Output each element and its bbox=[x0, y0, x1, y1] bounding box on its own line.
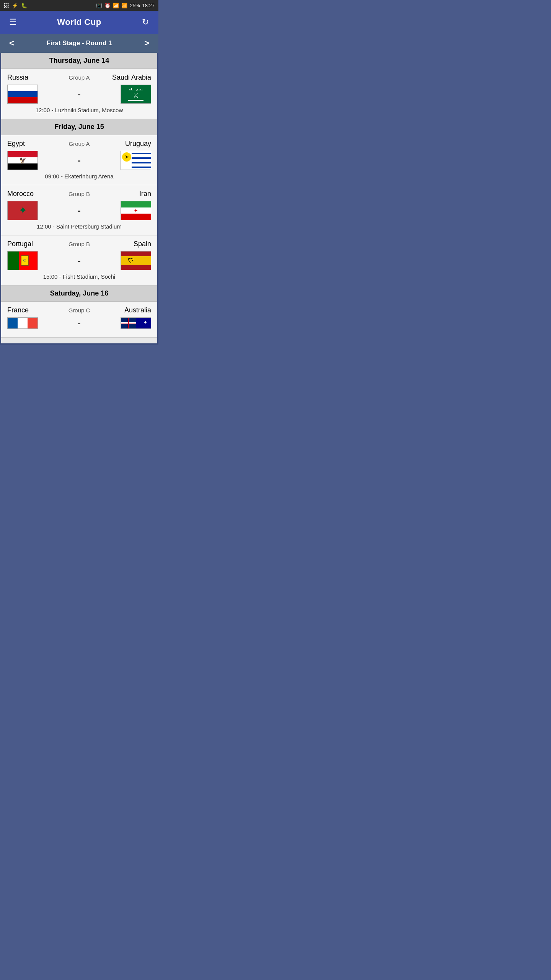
away-flag-spain: 🛡 bbox=[121, 251, 151, 270]
away-team-name: Australia bbox=[101, 306, 151, 314]
round-navigation: < First Stage - Round 1 > bbox=[0, 34, 158, 53]
match-teams-row: Egypt Group A Uruguay bbox=[7, 140, 151, 148]
score-separator: - bbox=[38, 206, 121, 216]
away-team-name: Iran bbox=[101, 190, 151, 198]
usb-icon: ⚡ bbox=[12, 3, 18, 8]
home-team-name: Egypt bbox=[7, 140, 57, 148]
app-bar: ☰ World Cup ↻ bbox=[0, 11, 158, 34]
match-teams-row: Portugal Group B Spain bbox=[7, 240, 151, 248]
home-flag-portugal: 🛡 bbox=[7, 251, 38, 270]
match-info: 15:00 - Fisht Stadium, Sochi bbox=[7, 273, 151, 280]
group-label: Group B bbox=[57, 241, 101, 247]
match-teams-row: Russia Group A Saudi Arabia bbox=[7, 74, 151, 82]
home-team-name: Portugal bbox=[7, 240, 57, 248]
match-france-australia: France Group C Australia - ✦ bbox=[1, 302, 157, 338]
home-flag-egypt: 🦅 bbox=[7, 151, 38, 170]
away-team-name: Saudi Arabia bbox=[101, 74, 151, 82]
matches-content: Thursday, June 14 Russia Group A Saudi A… bbox=[0, 53, 158, 345]
round-title: First Stage - Round 1 bbox=[47, 39, 112, 47]
status-icons-right: 📳 ⏰ 📶 📶 25% 18:27 bbox=[96, 3, 155, 8]
match-russia-saudi: Russia Group A Saudi Arabia - بسم الله ⚔ bbox=[1, 69, 157, 119]
next-round-button[interactable]: > bbox=[141, 38, 152, 48]
status-icons-left: 🖼 ⚡ 🐛 bbox=[4, 3, 27, 8]
vibrate-icon: 📳 bbox=[96, 3, 102, 8]
score-separator: - bbox=[38, 256, 121, 266]
match-portugal-spain: Portugal Group B Spain 🛡 - 🛡 bbox=[1, 235, 157, 286]
away-flag-saudi: بسم الله ⚔ bbox=[121, 85, 151, 104]
status-bar: 🖼 ⚡ 🐛 📳 ⏰ 📶 📶 25% 18:27 bbox=[0, 0, 158, 11]
away-flag-iran: ✦ bbox=[121, 201, 151, 220]
bug-icon: 🐛 bbox=[21, 3, 27, 8]
refresh-icon: ↻ bbox=[142, 17, 149, 27]
prev-round-button[interactable]: < bbox=[6, 38, 17, 48]
group-label: Group A bbox=[57, 140, 101, 147]
battery-level: 25% bbox=[130, 3, 140, 8]
refresh-button[interactable]: ↻ bbox=[139, 15, 152, 29]
score-separator: - bbox=[38, 89, 121, 99]
date-header-jun15: Friday, June 15 bbox=[1, 119, 157, 135]
group-label: Group B bbox=[57, 191, 101, 197]
score-separator: - bbox=[38, 318, 121, 328]
home-team-name: Morocco bbox=[7, 190, 57, 198]
alarm-icon: ⏰ bbox=[104, 3, 111, 8]
gallery-icon: 🖼 bbox=[4, 3, 9, 8]
date-header-jun14: Thursday, June 14 bbox=[1, 53, 157, 69]
wifi-icon: 📶 bbox=[113, 3, 119, 8]
match-teams-row: France Group C Australia bbox=[7, 306, 151, 314]
app-title: World Cup bbox=[57, 17, 101, 27]
away-team-name: Spain bbox=[101, 240, 151, 248]
date-header-jun16: Saturday, June 16 bbox=[1, 286, 157, 302]
match-flags-row: 🦅 - ☀ bbox=[7, 151, 151, 170]
match-flags-row: - ✦ bbox=[7, 317, 151, 329]
group-label: Group C bbox=[57, 307, 101, 314]
home-team-name: France bbox=[7, 306, 57, 314]
home-team-name: Russia bbox=[7, 74, 57, 82]
match-egypt-uruguay: Egypt Group A Uruguay 🦅 - ☀ bbox=[1, 135, 157, 185]
home-flag-russia bbox=[7, 85, 38, 104]
score-separator: - bbox=[38, 155, 121, 165]
match-info: 09:00 - Ekaterinburg Arena bbox=[7, 173, 151, 180]
match-teams-row: Morocco Group B Iran bbox=[7, 190, 151, 198]
match-morocco-iran: Morocco Group B Iran ✦ - ✦ 12:00 - Saint… bbox=[1, 185, 157, 235]
menu-icon: ☰ bbox=[9, 17, 17, 27]
match-flags-row: ✦ - ✦ bbox=[7, 201, 151, 220]
away-flag-uruguay: ☀ bbox=[121, 151, 151, 170]
signal-icon: 📶 bbox=[121, 3, 127, 8]
match-flags-row: - بسم الله ⚔ bbox=[7, 85, 151, 104]
group-label: Group A bbox=[57, 74, 101, 81]
home-flag-morocco: ✦ bbox=[7, 201, 38, 220]
menu-button[interactable]: ☰ bbox=[6, 15, 20, 29]
away-team-name: Uruguay bbox=[101, 140, 151, 148]
match-info: 12:00 - Luzhniki Stadium, Moscow bbox=[7, 107, 151, 113]
home-flag-france bbox=[7, 317, 38, 329]
away-flag-australia: ✦ bbox=[121, 317, 151, 329]
match-flags-row: 🛡 - 🛡 bbox=[7, 251, 151, 270]
time-display: 18:27 bbox=[142, 3, 155, 8]
match-info: 12:00 - Saint Petersburg Stadium bbox=[7, 223, 151, 230]
